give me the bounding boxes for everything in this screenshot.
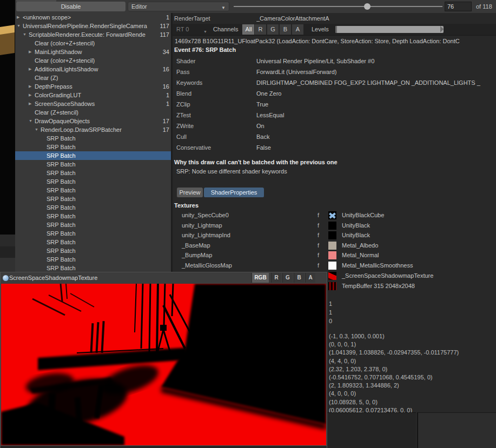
texture-row[interactable]: _MetallicGlossMapfMetal_MetallicSmoothne… [173, 260, 496, 270]
foldout-collapsed-icon[interactable]: ▶ [29, 82, 31, 91]
texture-thumbnail[interactable] [328, 282, 336, 290]
preview-channel-rgb[interactable]: RGB [252, 273, 269, 283]
tree-row[interactable]: SRP Batch [15, 220, 171, 229]
tree-row[interactable]: SRP Batch [15, 143, 171, 151]
texture-row[interactable]: unity_SpecCube0fUnityBlackCube [173, 210, 496, 220]
property-label: Keywords [176, 78, 202, 87]
foldout-collapsed-icon[interactable]: ▶ [29, 65, 31, 73]
foldout-collapsed-icon[interactable]: ▶ [29, 48, 31, 56]
foldout-expanded-icon[interactable]: ▼ [35, 125, 38, 134]
foldout-expanded-icon[interactable]: ▼ [29, 117, 32, 125]
texture-thumbnail[interactable] [328, 272, 336, 280]
tree-row[interactable]: SRP Batch [15, 238, 171, 246]
tree-row[interactable]: SRP Batch [15, 160, 171, 169]
tree-row-count: 17 [163, 125, 169, 134]
levels-min-handle[interactable] [335, 26, 337, 33]
background-panel [0, 246, 15, 258]
shader-vector-value: (10.08928, 5, 0, 0) [329, 398, 378, 406]
levels-max-handle[interactable] [440, 26, 444, 32]
tree-row[interactable]: Clear (color+Z+stencil) [15, 39, 171, 48]
tree-row[interactable]: Clear (color+Z+stencil) [15, 56, 171, 65]
event-slider[interactable] [233, 0, 444, 13]
tree-row[interactable]: SRP Batch [15, 246, 171, 255]
preview-channel-a[interactable]: A [305, 273, 315, 283]
texture-thumbnail[interactable] [328, 251, 336, 259]
tree-row[interactable]: ▼UniversalRenderPipeline.RenderSingleCam… [15, 22, 171, 30]
rt-index-dropdown[interactable]: RT 0 ▼ [174, 25, 209, 34]
tree-row[interactable]: SRP Batch [15, 255, 171, 264]
tree-row[interactable]: ▶<unknown scope>1 [15, 13, 171, 22]
property-value: Universal Render Pipeline/Lit, SubShader… [256, 57, 496, 65]
tree-row[interactable]: SRP Batch [15, 212, 171, 220]
channel-button-a[interactable]: A [292, 24, 303, 35]
tab-shaderproperties[interactable]: ShaderProperties [204, 188, 264, 197]
shadowmap-preview-image[interactable] [1, 284, 326, 445]
preview-channel-r[interactable]: R [271, 273, 281, 283]
texture-asset-name: Metal_Normal [342, 250, 379, 260]
tree-row[interactable]: SRP Batch [15, 203, 171, 212]
tree-row-count: 117 [160, 30, 169, 39]
event-number-field[interactable] [445, 2, 472, 11]
tree-row[interactable]: SRP Batch [15, 134, 171, 143]
foldout-expanded-icon[interactable]: ▼ [17, 22, 21, 30]
tree-row[interactable]: SRP Batch [15, 195, 171, 203]
tree-row-label: SRP Batch [47, 195, 153, 203]
preview-channel-g[interactable]: G [282, 273, 293, 283]
texture-thumbnail[interactable] [328, 222, 336, 230]
texture-thumbnail[interactable] [328, 231, 336, 239]
textures-header: Textures [174, 202, 199, 209]
tree-row[interactable]: Clear (Z+stencil) [15, 108, 171, 117]
tree-row[interactable]: ▼ScriptableRenderer.Execute: ForwardRend… [15, 30, 171, 39]
texture-row[interactable]: _BumpMapfMetal_Normal [173, 250, 496, 260]
shader-vector-value: (-0.5416752, 0.7071068, 0.4545195, 0) [329, 373, 432, 382]
shader-vector-value: (-1, 0.3, 1000, 0.001) [329, 332, 385, 340]
batch-break-title: Why this draw call can't be batched with… [174, 159, 338, 165]
slider-track[interactable] [234, 6, 442, 7]
tree-row[interactable]: ▶MainLightShadow34 [15, 48, 171, 56]
shader-scalar-value: 1 [329, 309, 332, 317]
tree-row[interactable]: SRP Batch [15, 264, 171, 272]
property-value: DIRLIGHTMAP_COMBINED FOG_EXP2 LIGHTMAP_O… [256, 78, 496, 87]
tree-row[interactable]: ▶DepthPrepass16 [15, 82, 171, 91]
channel-button-all[interactable]: All [242, 24, 255, 35]
tree-row[interactable]: SRP Batch [15, 177, 171, 186]
tree-row-label: ScriptableRenderer.Execute: ForwardRende [29, 30, 153, 39]
levels-range-slider[interactable] [335, 26, 444, 33]
disable-button[interactable]: Disable [16, 2, 125, 11]
batch-break-reason: SRP: Node use different shader keywords [176, 168, 287, 175]
tree-row[interactable]: SRP Batch [15, 151, 171, 160]
preview-titlebar[interactable]: ScreenSpaceShadowmapTexture RGBRGBA [1, 272, 327, 284]
texture-thumbnail[interactable] [328, 262, 336, 270]
preview-channel-b[interactable]: B [294, 273, 304, 283]
channel-button-r[interactable]: R [254, 24, 266, 35]
tree-row[interactable]: ▶ScreenSpaceShadows1 [15, 99, 171, 108]
texture-thumbnail[interactable] [328, 211, 336, 219]
channel-button-b[interactable]: B [279, 24, 291, 35]
tree-row[interactable]: ▶AdditionalLightsShadow16 [15, 65, 171, 73]
channel-button-g[interactable]: G [267, 24, 279, 35]
tree-row[interactable]: ▼DrawOpaqueObjects17 [15, 117, 171, 125]
foldout-collapsed-icon[interactable]: ▶ [29, 99, 31, 108]
texture-row[interactable]: unity_LightmapIndfUnityBlack [173, 230, 496, 240]
texture-thumbnail[interactable] [328, 242, 336, 250]
tree-row-label: MainLightShadow [35, 48, 153, 56]
tree-row[interactable]: SRP Batch [15, 229, 171, 238]
foldout-collapsed-icon[interactable]: ▶ [29, 91, 31, 99]
texture-row[interactable]: unity_LightmapfUnityBlack [173, 220, 496, 230]
tree-row-count: 1 [166, 91, 169, 99]
tree-row[interactable]: ▼RenderLoop.DrawSRPBatcher17 [15, 125, 171, 134]
tree-row[interactable]: SRP Batch [15, 169, 171, 177]
foldout-expanded-icon[interactable]: ▼ [23, 30, 27, 39]
tree-row[interactable]: SRP Batch [15, 186, 171, 195]
tree-row-label: SRP Batch [47, 220, 153, 229]
texture-flag: f [318, 240, 319, 250]
property-label: ZTest [176, 111, 191, 119]
tree-row[interactable]: ▶ColorGradingLUT1 [15, 91, 171, 99]
target-selector-dropdown[interactable]: Editor ▼ [128, 2, 229, 11]
foldout-collapsed-icon[interactable]: ▶ [17, 13, 19, 22]
slider-handle[interactable] [364, 3, 371, 10]
texture-row[interactable]: _BaseMapfMetal_Albedo [173, 240, 496, 250]
tab-preview[interactable]: Preview [177, 188, 203, 197]
tree-row[interactable]: Clear (Z) [15, 73, 171, 82]
shader-vector-value: (0, 0, 0, 1) [329, 340, 356, 349]
